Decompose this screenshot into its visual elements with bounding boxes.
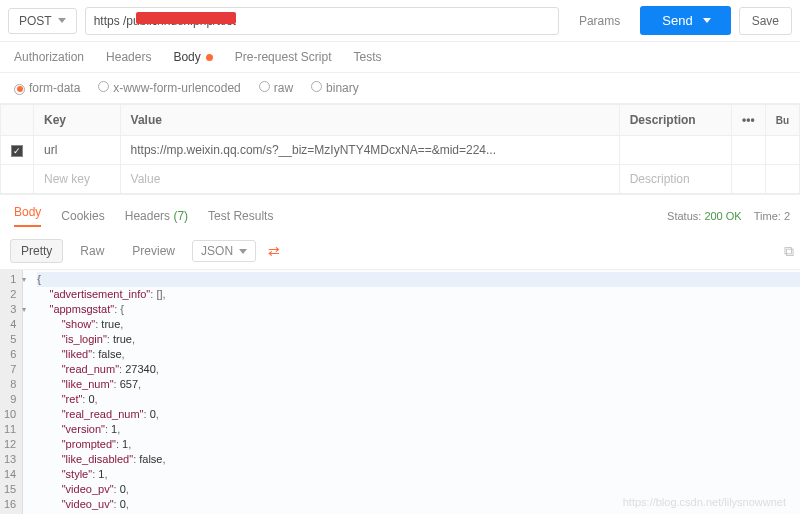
resp-tab-cookies[interactable]: Cookies: [61, 209, 104, 223]
col-desc: Description: [619, 105, 731, 136]
modified-dot-icon: [206, 54, 213, 61]
radio-urlencoded[interactable]: x-www-form-urlencoded: [98, 81, 240, 95]
radio-raw[interactable]: raw: [259, 81, 293, 95]
resp-tab-headers[interactable]: Headers (7): [125, 209, 188, 223]
response-tabs: Body Cookies Headers (7) Test Results St…: [0, 194, 800, 233]
tab-prerequest[interactable]: Pre-request Script: [235, 50, 332, 64]
resp-tab-body[interactable]: Body: [14, 205, 41, 227]
save-button[interactable]: Save: [739, 7, 792, 35]
new-desc-input[interactable]: Description: [619, 165, 731, 194]
new-value-input[interactable]: Value: [120, 165, 619, 194]
redaction-box: [136, 12, 236, 24]
tab-tests[interactable]: Tests: [353, 50, 381, 64]
chevron-down-icon: [239, 249, 247, 254]
watermark: https://blog.csdn.net/lilysnowwnet: [623, 496, 786, 508]
url-input[interactable]: https /public/index.php/test: [85, 7, 559, 35]
tab-authorization[interactable]: Authorization: [14, 50, 84, 64]
col-value: Value: [120, 105, 619, 136]
radio-binary[interactable]: binary: [311, 81, 359, 95]
http-method-select[interactable]: POST: [8, 8, 77, 34]
col-key: Key: [34, 105, 121, 136]
table-row[interactable]: ✓ url https://mp.weixin.qq.com/s?__biz=M…: [1, 136, 800, 165]
tab-body[interactable]: Body: [173, 50, 212, 64]
request-bar: POST https /public/index.php/test Params…: [0, 0, 800, 42]
chevron-down-icon: [703, 18, 711, 23]
body-type-radios: form-data x-www-form-urlencoded raw bina…: [0, 73, 800, 104]
format-select[interactable]: JSON: [192, 240, 256, 262]
radio-icon: [14, 84, 25, 95]
send-button[interactable]: Send: [640, 6, 730, 35]
radio-icon: [259, 81, 270, 92]
resp-tab-tests[interactable]: Test Results: [208, 209, 273, 223]
radio-icon: [311, 81, 322, 92]
tab-headers[interactable]: Headers: [106, 50, 151, 64]
response-meta: Status: 200 OK Time: 2: [667, 210, 790, 222]
code-content[interactable]: { "advertisement_info": [], "appmsgstat"…: [23, 270, 800, 514]
row-checkbox[interactable]: ✓: [11, 145, 23, 157]
form-data-table: Key Value Description ••• Bu ✓ url https…: [0, 104, 800, 194]
cell-key[interactable]: url: [34, 136, 121, 165]
response-view-bar: Pretty Raw Preview JSON ⇄ ⧉: [0, 233, 800, 270]
http-method-label: POST: [19, 14, 52, 28]
view-raw[interactable]: Raw: [69, 239, 115, 263]
copy-icon[interactable]: ⧉: [784, 243, 794, 260]
params-link[interactable]: Params: [567, 14, 632, 28]
response-body[interactable]: 1234567891011121314151617181920212223242…: [0, 270, 800, 514]
more-options-icon[interactable]: •••: [732, 105, 766, 136]
cell-desc[interactable]: [619, 136, 731, 165]
line-gutter: 1234567891011121314151617181920212223242…: [0, 270, 23, 514]
request-tabs: Authorization Headers Body Pre-request S…: [0, 42, 800, 73]
wrap-lines-icon[interactable]: ⇄: [262, 243, 286, 259]
send-label: Send: [662, 13, 692, 28]
view-preview[interactable]: Preview: [121, 239, 186, 263]
tab-body-label: Body: [173, 50, 200, 64]
radio-icon: [98, 81, 109, 92]
cell-value[interactable]: https://mp.weixin.qq.com/s?__biz=MzIyNTY…: [120, 136, 619, 165]
radio-form-data[interactable]: form-data: [14, 81, 80, 95]
table-header-row: Key Value Description ••• Bu: [1, 105, 800, 136]
new-key-input[interactable]: New key: [34, 165, 121, 194]
table-new-row[interactable]: New key Value Description: [1, 165, 800, 194]
bulk-edit-link[interactable]: Bu: [765, 105, 799, 136]
view-pretty[interactable]: Pretty: [10, 239, 63, 263]
chevron-down-icon: [58, 18, 66, 23]
